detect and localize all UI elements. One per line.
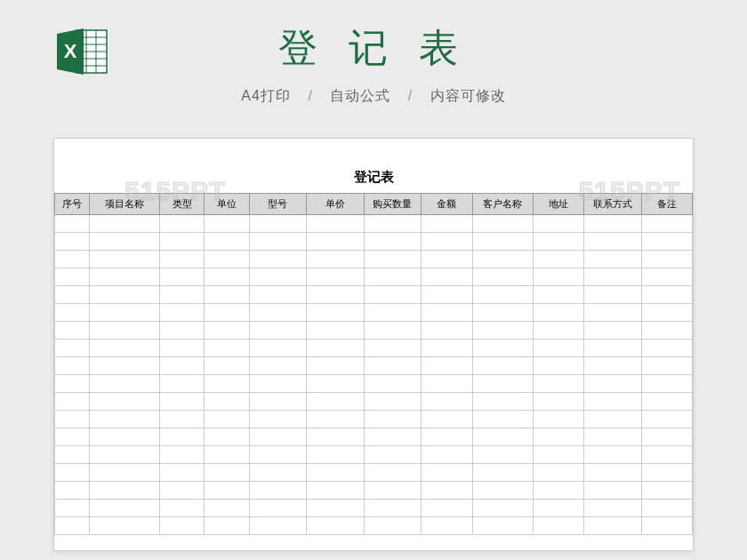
table-cell: [160, 411, 205, 428]
table-cell: [364, 517, 422, 535]
table-cell: [249, 482, 307, 500]
table-row: [55, 304, 693, 322]
table-cell: [364, 428, 422, 446]
table-row: [55, 393, 693, 411]
excel-icon: X: [55, 27, 108, 76]
table-cell: [90, 375, 160, 393]
table-cell: [641, 464, 692, 482]
table-cell: [205, 446, 249, 464]
table-cell: [422, 428, 472, 446]
table-row: [55, 233, 693, 251]
table-cell: [422, 446, 472, 464]
table-cell: [249, 464, 307, 482]
table-cell: [472, 464, 533, 482]
subtitle-part-3: 内容可修改: [430, 88, 506, 103]
table-cell: [584, 428, 642, 446]
table-cell: [307, 233, 365, 251]
table-cell: [533, 375, 583, 393]
table-cell: [90, 517, 160, 535]
subtitle-part-1: A4打印: [241, 88, 291, 103]
table-cell: [364, 215, 422, 233]
table-cell: [55, 268, 90, 286]
page-subtitle: A4打印 / 自动公式 / 内容可修改: [0, 87, 747, 106]
table-header-row: 序号 项目名称 类型 单位 型号 单价 购买数量 金额 客户名称 地址 联系方式…: [55, 194, 693, 215]
table-cell: [472, 322, 533, 340]
table-cell: [307, 268, 365, 286]
table-cell: [249, 428, 307, 446]
table-cell: [533, 286, 583, 304]
table-cell: [90, 268, 160, 286]
table-cell: [641, 233, 692, 251]
table-cell: [160, 340, 205, 357]
table-cell: [364, 357, 422, 375]
table-cell: [307, 322, 365, 340]
table-cell: [422, 340, 472, 357]
table-row: [55, 500, 693, 517]
table-cell: [307, 482, 365, 500]
table-cell: [364, 233, 422, 251]
table-cell: [55, 215, 90, 233]
table-cell: [90, 251, 160, 268]
table-cell: [364, 500, 422, 517]
table-cell: [55, 340, 90, 357]
table-cell: [249, 268, 307, 286]
table-cell: [364, 464, 422, 482]
table-cell: [249, 251, 307, 268]
table-cell: [472, 500, 533, 517]
table-cell: [533, 233, 583, 251]
table-cell: [364, 304, 422, 322]
table-cell: [584, 482, 642, 500]
table-cell: [364, 482, 422, 500]
table-row: [55, 411, 693, 428]
table-cell: [160, 517, 205, 535]
table-cell: [55, 446, 90, 464]
table-cell: [160, 215, 205, 233]
table-cell: [364, 268, 422, 286]
table-cell: [205, 357, 249, 375]
table-cell: [160, 428, 205, 446]
register-table: 序号 项目名称 类型 单位 型号 单价 购买数量 金额 客户名称 地址 联系方式…: [54, 193, 693, 535]
table-cell: [533, 428, 583, 446]
table-cell: [641, 500, 692, 517]
table-cell: [249, 340, 307, 357]
table-cell: [472, 517, 533, 535]
separator-2: /: [408, 88, 413, 103]
table-cell: [364, 286, 422, 304]
table-cell: [422, 464, 472, 482]
subtitle-part-2: 自动公式: [330, 88, 390, 103]
table-cell: [307, 428, 365, 446]
table-cell: [90, 215, 160, 233]
table-cell: [249, 286, 307, 304]
table-cell: [205, 517, 249, 535]
table-cell: [584, 286, 642, 304]
table-cell: [307, 375, 365, 393]
table-cell: [472, 375, 533, 393]
table-cell: [472, 215, 533, 233]
table-cell: [307, 357, 365, 375]
table-row: [55, 517, 693, 535]
table-cell: [160, 375, 205, 393]
table-cell: [55, 482, 90, 500]
table-cell: [472, 251, 533, 268]
col-header-qty: 购买数量: [364, 194, 422, 215]
table-cell: [307, 251, 365, 268]
table-cell: [533, 251, 583, 268]
table-cell: [584, 500, 642, 517]
table-cell: [533, 411, 583, 428]
table-cell: [55, 286, 90, 304]
table-cell: [55, 375, 90, 393]
table-cell: [160, 357, 205, 375]
table-cell: [533, 304, 583, 322]
table-cell: [90, 393, 160, 411]
table-cell: [307, 215, 365, 233]
table-cell: [205, 500, 249, 517]
table-cell: [422, 500, 472, 517]
table-cell: [205, 464, 249, 482]
table-row: [55, 482, 693, 500]
table-cell: [205, 304, 249, 322]
svg-text:X: X: [64, 40, 77, 62]
table-cell: [472, 428, 533, 446]
table-cell: [205, 375, 249, 393]
table-cell: [533, 322, 583, 340]
col-header-amount: 金额: [422, 194, 472, 215]
